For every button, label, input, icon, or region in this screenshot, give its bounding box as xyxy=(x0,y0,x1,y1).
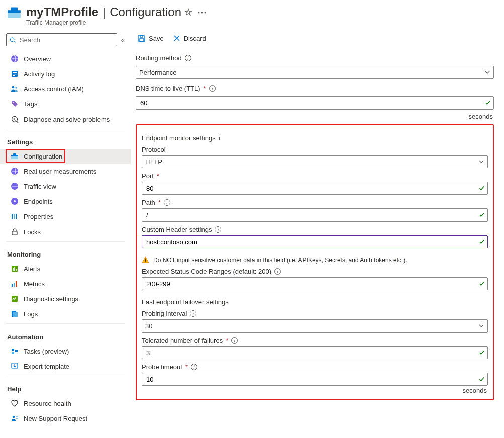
sidebar-item-logs[interactable]: Logs xyxy=(0,306,131,321)
svg-point-21 xyxy=(14,200,16,202)
endpoint-monitor-title: Endpoint monitor settings i xyxy=(142,134,488,142)
tolerated-failures-input[interactable] xyxy=(142,346,488,359)
svg-rect-27 xyxy=(12,284,13,287)
svg-rect-34 xyxy=(12,352,14,354)
check-icon xyxy=(478,211,485,218)
sidebar-item-tags[interactable]: Tags xyxy=(0,96,131,112)
probing-interval-label: Probing intervali xyxy=(142,310,488,317)
sidebar-item-properties[interactable]: Properties xyxy=(0,209,131,224)
nav-label: Overview xyxy=(24,55,51,63)
sidebar-search[interactable] xyxy=(6,33,117,46)
support-icon xyxy=(11,414,19,422)
nav-label: Endpoints xyxy=(24,198,53,205)
save-button[interactable]: Save xyxy=(138,34,164,42)
expected-status-label: Expected Status Code Ranges (default: 20… xyxy=(142,268,488,275)
svg-point-10 xyxy=(12,86,15,89)
sidebar-item-support[interactable]: New Support Request xyxy=(0,411,131,426)
expected-status-input[interactable] xyxy=(142,277,488,290)
resource-name: myTMProfile xyxy=(26,5,98,19)
sidebar-search-input[interactable] xyxy=(19,36,114,44)
diagnostic-icon xyxy=(11,295,19,303)
protocol-select[interactable]: HTTP xyxy=(142,155,488,168)
path-input[interactable] xyxy=(142,208,488,222)
nav-label: Tasks (preview) xyxy=(24,348,69,355)
probing-interval-select[interactable]: 30 xyxy=(142,319,488,333)
sidebar-item-resource-health[interactable]: Resource health xyxy=(0,396,131,411)
port-input[interactable] xyxy=(142,182,488,195)
svg-rect-40 xyxy=(145,259,146,261)
heart-icon xyxy=(11,399,19,407)
nav-section-help: Help xyxy=(0,378,131,396)
info-icon[interactable]: i xyxy=(274,268,281,275)
discard-button[interactable]: Discard xyxy=(173,34,206,42)
sidebar-item-alerts[interactable]: Alerts xyxy=(0,261,131,276)
svg-rect-23 xyxy=(14,214,15,219)
dns-ttl-label: DNS time to live (TTL)* i xyxy=(136,85,494,92)
sidebar-item-diagnostic-settings[interactable]: Diagnostic settings xyxy=(0,291,131,306)
export-icon xyxy=(11,362,19,370)
nav-label: Diagnose and solve problems xyxy=(24,116,110,123)
favorite-star-icon[interactable]: ☆ xyxy=(184,5,192,19)
sidebar-item-diagnose[interactable]: Diagnose and solve problems xyxy=(0,112,131,127)
nav-label: Access control (IAM) xyxy=(24,85,84,93)
sidebar-item-overview[interactable]: Overview xyxy=(0,51,131,66)
title-separator: | xyxy=(103,5,106,19)
info-icon[interactable]: i xyxy=(209,85,216,92)
custom-header-input[interactable] xyxy=(142,235,488,248)
nav-label: Export template xyxy=(24,363,69,370)
nav-label: Properties xyxy=(24,213,53,221)
info-icon[interactable]: i xyxy=(191,364,197,370)
collapse-sidebar-icon[interactable]: « xyxy=(121,36,125,44)
chevron-down-icon xyxy=(484,69,490,75)
save-icon xyxy=(138,34,146,42)
info-icon[interactable]: i xyxy=(190,310,196,317)
sidebar-item-traffic-view[interactable]: Traffic view xyxy=(0,179,131,194)
nav-section-monitoring: Monitoring xyxy=(0,244,131,261)
sidebar-item-locks[interactable]: Locks xyxy=(0,224,131,239)
globe-icon xyxy=(11,55,19,63)
info-icon[interactable]: i xyxy=(185,55,191,61)
resource-icon xyxy=(7,7,21,20)
svg-rect-22 xyxy=(12,214,13,219)
warning-icon xyxy=(142,256,149,264)
sidebar-item-endpoints[interactable]: Endpoints xyxy=(0,194,131,209)
nav-label: Traffic view xyxy=(24,183,56,190)
svg-rect-33 xyxy=(12,349,14,351)
close-icon xyxy=(173,34,181,42)
svg-rect-7 xyxy=(13,72,17,73)
check-icon xyxy=(478,280,485,287)
seconds-unit: seconds xyxy=(136,113,494,120)
dns-ttl-input[interactable] xyxy=(136,96,494,110)
svg-rect-32 xyxy=(13,312,18,317)
svg-rect-28 xyxy=(14,283,15,287)
check-icon xyxy=(484,99,491,106)
nav-section-settings: Settings xyxy=(0,131,131,149)
info-icon[interactable]: i xyxy=(219,134,220,142)
tag-icon xyxy=(11,100,19,108)
svg-point-11 xyxy=(15,87,17,89)
probe-timeout-label: Probe timeout*i xyxy=(142,363,488,371)
nav-label: New Support Request xyxy=(24,415,87,422)
sidebar-item-export-template[interactable]: Export template xyxy=(0,359,131,374)
chevron-down-icon xyxy=(478,159,484,165)
sidebar-item-activity-log[interactable]: Activity log xyxy=(0,66,131,81)
info-icon[interactable]: i xyxy=(231,337,238,344)
check-icon xyxy=(478,238,485,245)
probe-timeout-input[interactable] xyxy=(142,373,488,386)
svg-rect-38 xyxy=(140,35,143,37)
sidebar-item-configuration[interactable]: Configuration xyxy=(0,149,131,164)
protocol-label: Protocol xyxy=(142,146,488,153)
sidebar-item-tasks[interactable]: Tasks (preview) xyxy=(0,344,131,359)
info-icon[interactable]: i xyxy=(164,199,170,206)
chevron-down-icon xyxy=(478,323,484,329)
info-icon[interactable]: i xyxy=(215,226,221,233)
resource-type: Traffic Manager profile xyxy=(26,19,207,26)
sidebar-item-metrics[interactable]: Metrics xyxy=(0,276,131,291)
sidebar-item-real-user-measurements[interactable]: Real user measurements xyxy=(0,164,131,179)
sidebar-item-access-control[interactable]: Access control (IAM) xyxy=(0,81,131,96)
svg-rect-8 xyxy=(13,74,17,74)
fast-failover-title: Fast endpoint failover settings xyxy=(142,298,488,306)
routing-method-select[interactable]: Performance xyxy=(136,66,494,79)
more-menu-icon[interactable]: ⋯ xyxy=(197,5,207,19)
search-icon xyxy=(10,37,16,43)
